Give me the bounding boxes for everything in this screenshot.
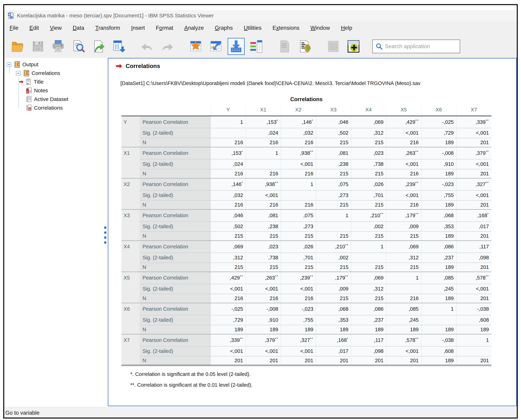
splitter-handle[interactable] — [104, 226, 107, 244]
menu-analyze[interactable]: Analyze — [184, 25, 204, 31]
section-arrow-icon — [115, 63, 123, 69]
print-button[interactable] — [50, 38, 67, 55]
search-input[interactable] — [385, 43, 456, 50]
table-cell: ,273 — [316, 190, 351, 200]
undo-button[interactable] — [139, 38, 156, 55]
table-cell: ,168* — [456, 210, 491, 222]
menu-transform[interactable]: Transform — [95, 25, 120, 31]
export-output-button[interactable] — [90, 38, 107, 55]
table-cell: ,578** — [386, 334, 421, 346]
table-row: N216216216215215216189201 — [122, 294, 491, 303]
table-cell: ,938** — [246, 178, 281, 190]
output-pane[interactable]: Correlations [DataSet1] C:\Users\FKBV\De… — [108, 58, 517, 406]
goto-case-button[interactable] — [207, 38, 224, 55]
row-stat-label: Pearson Correlation — [140, 210, 211, 222]
goto-variable-button[interactable] — [228, 38, 245, 55]
col-header-x1: X1 — [246, 105, 281, 116]
footnote-1: *. Correlation is significant at the 0.0… — [130, 371, 491, 377]
table-cell: ,239** — [281, 272, 316, 284]
menu-edit[interactable]: Edit — [30, 25, 39, 31]
outline-item-title[interactable]: Title — [4, 77, 108, 86]
open-file-button[interactable] — [9, 38, 26, 55]
table-cell: <,001 — [281, 284, 316, 294]
table-cell: 216 — [211, 294, 246, 303]
table-cell: ,002 — [351, 222, 386, 232]
table-cell: 216 — [281, 200, 316, 210]
menu-help[interactable]: Help — [341, 25, 352, 31]
col-header-y: Y — [211, 105, 246, 116]
notes-doc-icon — [25, 87, 32, 94]
menu-utilities[interactable]: Utilities — [244, 25, 261, 31]
recall-dialogs-button[interactable] — [110, 38, 127, 55]
table-cell: ,502 — [316, 128, 351, 138]
correlations-table[interactable]: YX1X2X3X4X5X6X7YPearson Correlation1,153… — [122, 105, 491, 366]
table-cell: 1 — [351, 241, 386, 253]
outline-item-notes[interactable]: Notes — [4, 86, 108, 95]
print-preview-button[interactable] — [70, 38, 87, 55]
redo-button[interactable] — [159, 38, 176, 55]
table-cell: -,023 — [421, 178, 456, 190]
table-cell: ,238 — [246, 222, 281, 232]
table-cell: 215 — [281, 232, 316, 241]
collapse-toggle-icon[interactable] — [7, 62, 11, 67]
table-cell: <,001 — [281, 159, 316, 169]
menu-graphs[interactable]: Graphs — [215, 25, 233, 31]
table-cell: 216 — [281, 294, 316, 303]
menu-insert[interactable]: Insert — [131, 25, 145, 31]
variables-button[interactable] — [248, 38, 265, 55]
row-stat-label: N — [140, 232, 211, 241]
outline-item-correlations[interactable]: Correlations — [4, 69, 108, 77]
table-cell: 1 — [386, 272, 421, 284]
table-cell: ,168* — [316, 334, 351, 346]
table-cell: 201 — [316, 356, 351, 365]
outline-item-active-dataset[interactable]: Active Dataset — [4, 95, 108, 104]
table-cell: 201 — [456, 138, 491, 147]
menu-format[interactable]: Format — [156, 25, 173, 31]
table-cell: 189 — [421, 232, 456, 241]
table-cell: <,001 — [456, 128, 491, 138]
menu-window[interactable]: Window — [310, 25, 330, 31]
menu-view[interactable]: View — [50, 25, 62, 31]
search-box[interactable] — [372, 39, 460, 53]
use-variable-sets-button[interactable] — [276, 38, 293, 55]
book-icon — [23, 70, 30, 77]
table-cell: ,032 — [211, 190, 246, 200]
table-cell: 216 — [246, 294, 281, 303]
table-cell: ,263** — [246, 272, 281, 284]
table-cell: 215 — [386, 263, 421, 272]
outline-item-label: Notes — [34, 88, 48, 94]
table-cell: ,755 — [281, 315, 316, 325]
menu-extensions[interactable]: Extensions — [272, 25, 299, 31]
table-cell — [281, 190, 316, 200]
run-script-button[interactable] — [296, 38, 314, 55]
section-header: Correlations — [115, 63, 516, 69]
table-row: Sig. (2-tailed),729,910,755,353,237,245,… — [122, 315, 491, 325]
table-cell: ,237 — [351, 315, 386, 325]
table-cell: ,026 — [351, 178, 386, 190]
save-file-button[interactable] — [30, 38, 46, 55]
table-cell: ,009 — [386, 222, 421, 232]
outline-item-output[interactable]: Output — [4, 60, 108, 69]
table-cell: 216 — [246, 169, 281, 178]
row-stat-label: Pearson Correlation — [140, 116, 211, 128]
table-cell: ,245 — [386, 315, 421, 325]
designate-window-button[interactable] — [345, 38, 362, 55]
table-row: YPearson Correlation1,153*,146*,046,069,… — [122, 116, 491, 128]
table-cell: ,069 — [211, 241, 246, 253]
table-row: N216216216215215216189201 — [122, 138, 491, 147]
menu-data[interactable]: Data — [73, 25, 84, 31]
collapse-toggle-icon[interactable] — [16, 71, 21, 75]
table-cell: ,023 — [351, 147, 386, 159]
table-cell: ,238 — [316, 159, 351, 169]
menu-file[interactable]: File — [10, 25, 18, 31]
goto-data-button[interactable] — [187, 38, 204, 55]
activate-window-button[interactable] — [325, 38, 342, 55]
table-cell: ,327** — [281, 334, 316, 346]
outline-item-correlations[interactable]: Correlations — [4, 104, 108, 112]
table-row: X2Pearson Correlation,146*,938**1,075,02… — [122, 178, 491, 190]
table-cell: ,938** — [281, 147, 316, 159]
table-cell — [316, 222, 351, 232]
table-cell: ,085 — [421, 272, 456, 284]
table-cell: ,069 — [386, 241, 421, 253]
table-cell: 189 — [211, 325, 246, 334]
